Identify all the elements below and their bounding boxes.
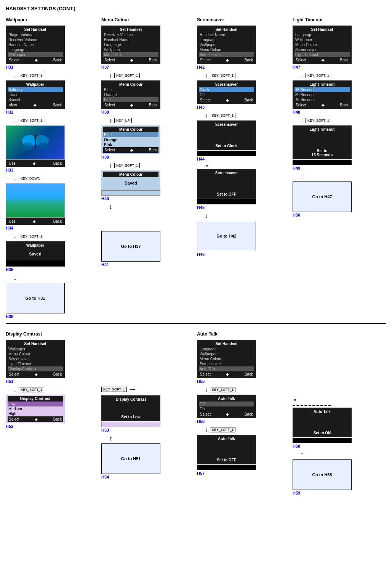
light-timeout-title: Light Timeout — [293, 17, 323, 22]
screen-h32: Wallpaper Butterfly Island Sunset View◆B… — [6, 80, 65, 109]
page-title: HANDSET SETTINGS (cont.) — [6, 6, 386, 11]
display-contrast-section: Display Contrast Set Handset Wallpaper M… — [6, 331, 99, 429]
goto-h36: Go to H31 — [6, 283, 65, 313]
goto-h46: Go to H42 — [197, 221, 256, 251]
screen-h48: Light Timeout 15 Seconds 30 Seconds 45 S… — [293, 80, 352, 109]
screen-h39: Menu Colour Blue Orange Pink Select◆Back — [101, 125, 160, 154]
screen-h43: Screensaver Clock Off Select◆Back — [197, 80, 256, 104]
screen-h38: Menu Colour Blue Orange Pink Select◆Back — [101, 80, 160, 109]
auto-talk-right: or Auto Talk Set to ON H58 ↑ Go to H55 H… — [293, 331, 386, 496]
display-contrast-title: Display Contrast — [6, 331, 42, 337]
screensaver-title: Screensaver — [197, 17, 224, 22]
screen-h56: Auto Talk Off On Select◆Back — [197, 395, 256, 418]
svg-point-5 — [34, 134, 37, 140]
screen-h31: Set Handset Ringer Volume Receiver Volum… — [6, 26, 65, 64]
screen-h40: Menu Colour Saved — [101, 170, 160, 190]
screen-h35: Wallpaper Saved — [6, 241, 65, 261]
menu-colour-title: Menu Colour — [101, 17, 129, 22]
screen-h34-bar: Use◆Back — [6, 218, 65, 225]
auto-talk-section: Auto Talk Set Handset Language Wallpaper… — [197, 331, 291, 476]
screen-h51: Set Handset Wallpaper Menu Colour Screen… — [6, 340, 65, 378]
screen-h45: Screensaver Set to OFF — [197, 169, 256, 199]
menu-colour-section: Menu Colour Set Handset Receiver Volume … — [101, 17, 195, 268]
goto-h50: Go to H47 — [293, 181, 352, 212]
screen-h57: Auto Talk Set to OFF — [197, 435, 256, 464]
screen-h33-bar: Use◆Back — [6, 160, 65, 167]
screensaver-section: Screensaver Set Handset Handset Name Lan… — [197, 17, 291, 257]
screen-h53: Display Contrast Set to Low — [101, 395, 160, 421]
screen-h37: Set Handset Receiver Volume Handset Name… — [101, 26, 160, 64]
screen-h44: Screensaver Set to Clock — [197, 120, 256, 150]
auto-talk-title: Auto Talk — [197, 331, 218, 337]
svg-point-3 — [37, 143, 49, 150]
screen-h33 — [6, 125, 65, 160]
screen-h58: Auto Talk Set to ON — [293, 408, 352, 437]
goto-h54: Go to H51 — [101, 443, 160, 474]
goto-h59: Go to H55 — [293, 459, 352, 490]
screen-h34 — [6, 183, 65, 218]
screen-h55: Set Handset Language Wallpaper Menu Colo… — [197, 340, 256, 378]
wallpaper-section: Wallpaper Set Handset Ringer Volume Rece… — [6, 17, 99, 320]
wallpaper-title: Wallpaper — [6, 17, 27, 22]
goto-h41: Go to H37 — [101, 231, 160, 262]
screen-h42: Set Handset Handset Name Language Wallpa… — [197, 26, 256, 64]
screen-h47: Set Handset Language Wallpaper Menu Colo… — [293, 26, 352, 64]
screen-h49: Light Timeout Set to15 Seconds — [293, 125, 352, 159]
display-contrast-right: KEY_SOFT_1 → Display Contrast Set to Low… — [101, 331, 195, 480]
svg-point-2 — [22, 143, 34, 150]
light-timeout-section: Light Timeout Set Handset Language Wallp… — [293, 17, 386, 218]
screen-h52: Display Contrast Low Medium High Select◆… — [6, 395, 65, 423]
